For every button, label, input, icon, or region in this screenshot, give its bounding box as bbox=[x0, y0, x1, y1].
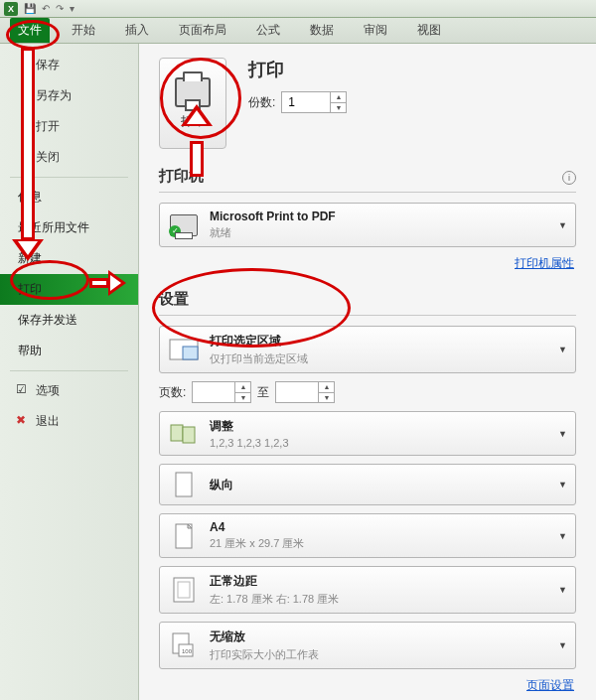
collate-label: 调整 bbox=[210, 418, 289, 435]
sidebar-print[interactable]: 打印 bbox=[0, 274, 138, 305]
print-button[interactable]: 打印 bbox=[159, 58, 226, 149]
printer-mini-icon: ✓ bbox=[168, 211, 200, 239]
sidebar-saveas[interactable]: 另存为 bbox=[0, 80, 138, 111]
sidebar-exit[interactable]: ✖退出 bbox=[0, 406, 138, 437]
zoom-icon: 100 bbox=[168, 631, 200, 659]
printer-section-label: 打印机 bbox=[159, 167, 204, 186]
paper-icon bbox=[168, 522, 200, 550]
chevron-down-icon: ▼ bbox=[558, 640, 567, 650]
tab-data[interactable]: 数据 bbox=[302, 18, 342, 43]
copies-input[interactable]: ▲▼ bbox=[281, 91, 347, 113]
printer-name: Microsoft Print to PDF bbox=[210, 210, 336, 223]
pages-to[interactable]: ▲▼ bbox=[275, 381, 335, 403]
customize-chevron-icon[interactable]: ▾ bbox=[70, 3, 74, 14]
sidebar-close[interactable]: 关闭 bbox=[0, 142, 138, 173]
tab-formula[interactable]: 公式 bbox=[248, 18, 288, 43]
print-selection-label: 打印选定区域 bbox=[210, 333, 308, 350]
sidebar-recent[interactable]: 最近所用文件 bbox=[0, 212, 138, 243]
portrait-icon bbox=[168, 471, 200, 498]
tab-home[interactable]: 开始 bbox=[64, 18, 103, 43]
svg-rect-4 bbox=[176, 473, 192, 496]
excel-icon: X bbox=[4, 2, 18, 16]
copies-down[interactable]: ▼ bbox=[331, 103, 346, 113]
backstage-sidebar: 保存 另存为 打开 关闭 信息 最近所用文件 新建 打印 保存并发送 帮助 ☑选… bbox=[0, 44, 139, 700]
margin-sub: 左: 1.78 厘米 右: 1.78 厘米 bbox=[210, 592, 339, 607]
sheet-selection-icon bbox=[168, 336, 200, 363]
printer-properties-link[interactable]: 打印机属性 bbox=[161, 255, 574, 272]
margin-dropdown[interactable]: 正常边距 左: 1.78 厘米 右: 1.78 厘米 ▼ bbox=[159, 566, 576, 614]
zoom-label: 无缩放 bbox=[210, 629, 319, 645]
copies-label: 份数: bbox=[248, 94, 275, 111]
tab-file[interactable]: 文件 bbox=[10, 18, 50, 43]
sidebar-help[interactable]: 帮助 bbox=[0, 336, 138, 366]
save-icon[interactable]: 💾 bbox=[24, 3, 36, 14]
redo-icon[interactable]: ↷ bbox=[56, 3, 64, 14]
zoom-sub: 打印实际大小的工作表 bbox=[210, 647, 319, 662]
sidebar-info[interactable]: 信息 bbox=[0, 182, 138, 212]
collate-sub: 1,2,3 1,2,3 1,2,3 bbox=[210, 437, 289, 449]
collate-icon bbox=[168, 420, 200, 448]
backstage-main: 打印 打印 份数: ▲▼ 打印机 i ✓ Microsoft Print bbox=[139, 44, 596, 700]
tab-view[interactable]: 视图 bbox=[409, 18, 449, 43]
settings-section-label: 设置 bbox=[159, 290, 576, 309]
svg-text:100: 100 bbox=[182, 648, 193, 654]
undo-icon[interactable]: ↶ bbox=[42, 3, 50, 14]
svg-rect-3 bbox=[183, 427, 195, 443]
print-title: 打印 bbox=[248, 58, 347, 81]
sidebar-open[interactable]: 打开 bbox=[0, 111, 138, 142]
sidebar-save[interactable]: 保存 bbox=[0, 50, 138, 80]
chevron-down-icon: ▼ bbox=[558, 531, 567, 541]
paper-sub: 21 厘米 x 29.7 厘米 bbox=[210, 536, 304, 551]
paper-label: A4 bbox=[210, 520, 304, 534]
chevron-down-icon: ▼ bbox=[558, 220, 567, 230]
pages-from[interactable]: ▲▼ bbox=[192, 381, 251, 403]
copies-value[interactable] bbox=[288, 95, 326, 109]
margin-icon bbox=[168, 576, 200, 604]
printer-status: 就绪 bbox=[210, 225, 336, 240]
print-selection-dropdown[interactable]: 打印选定区域 仅打印当前选定区域 ▼ bbox=[159, 326, 576, 373]
chevron-down-icon: ▼ bbox=[558, 585, 567, 595]
print-button-label: 打印 bbox=[181, 113, 205, 130]
tab-layout[interactable]: 页面布局 bbox=[171, 18, 234, 43]
printer-info-icon[interactable]: i bbox=[562, 171, 576, 185]
orientation-label: 纵向 bbox=[210, 477, 233, 493]
tab-review[interactable]: 审阅 bbox=[356, 18, 395, 43]
exit-icon: ✖ bbox=[16, 413, 28, 425]
chevron-down-icon: ▼ bbox=[558, 429, 567, 439]
margin-label: 正常边距 bbox=[210, 573, 339, 590]
pages-label: 页数: bbox=[159, 384, 186, 401]
paper-dropdown[interactable]: A4 21 厘米 x 29.7 厘米 ▼ bbox=[159, 513, 576, 558]
tab-insert[interactable]: 插入 bbox=[117, 18, 157, 43]
sidebar-options[interactable]: ☑选项 bbox=[0, 375, 138, 406]
copies-up[interactable]: ▲ bbox=[331, 92, 346, 103]
orientation-dropdown[interactable]: 纵向 ▼ bbox=[159, 464, 576, 505]
collate-dropdown[interactable]: 调整 1,2,3 1,2,3 1,2,3 ▼ bbox=[159, 411, 576, 456]
printer-icon bbox=[175, 77, 211, 107]
chevron-down-icon: ▼ bbox=[558, 345, 567, 354]
page-setup-link[interactable]: 页面设置 bbox=[161, 677, 574, 694]
pages-to-label: 至 bbox=[257, 384, 269, 401]
sidebar-share[interactable]: 保存并发送 bbox=[0, 305, 138, 336]
sidebar-new[interactable]: 新建 bbox=[0, 243, 138, 274]
zoom-dropdown[interactable]: 100 无缩放 打印实际大小的工作表 ▼ bbox=[159, 622, 576, 669]
print-selection-sub: 仅打印当前选定区域 bbox=[210, 351, 308, 366]
chevron-down-icon: ▼ bbox=[558, 480, 567, 490]
svg-rect-2 bbox=[171, 425, 183, 441]
printer-dropdown[interactable]: ✓ Microsoft Print to PDF 就绪 ▼ bbox=[159, 203, 576, 247]
svg-rect-1 bbox=[183, 347, 198, 359]
options-icon: ☑ bbox=[16, 382, 28, 394]
